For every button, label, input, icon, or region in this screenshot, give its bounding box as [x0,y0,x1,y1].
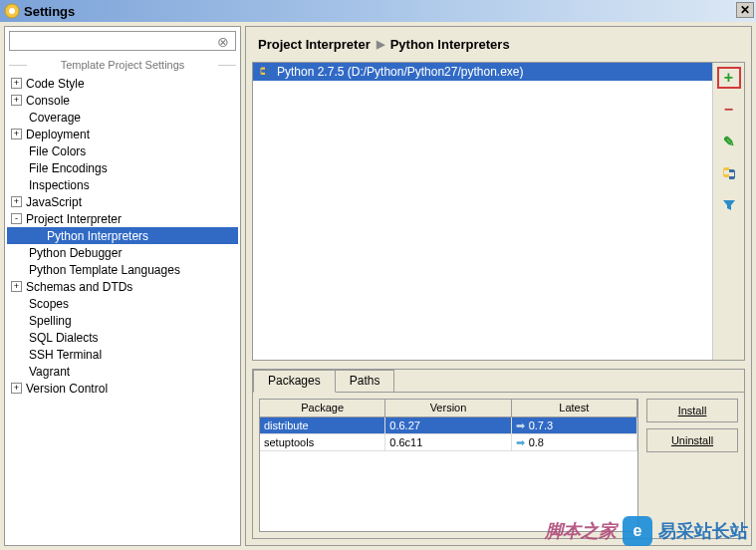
col-header-version[interactable]: Version [385,400,511,417]
filter-button[interactable] [717,194,741,216]
tree-item[interactable]: -Project Interpreter [7,210,238,227]
expand-icon[interactable]: + [11,129,22,139]
tree-section-header: Template Project Settings [5,55,240,75]
tree-item[interactable]: Inspections [7,176,238,193]
tree-item-label: Vagrant [29,365,70,379]
breadcrumb-part[interactable]: Project Interpreter [258,37,371,52]
tree-item-label: Python Debugger [29,246,122,260]
packages-paths-tabs: Packages Paths Package Version Latest di… [252,369,745,539]
tree-item[interactable]: +Console [7,92,238,109]
chevron-right-icon: ▶ [377,38,384,51]
interpreter-list[interactable]: Python 2.7.5 (D:/Python/Python27/python.… [253,63,712,360]
tree-item-label: File Colors [29,144,86,158]
search-box: ⊗ [9,31,236,51]
tree-item[interactable]: Coverage [7,109,238,126]
tree-item[interactable]: +Code Style [7,75,238,92]
titlebar: Settings ✕ [0,0,756,22]
python-tool-button[interactable] [717,162,741,184]
tree-item-label: Schemas and DTDs [26,280,132,294]
tree-item[interactable]: File Encodings [7,159,238,176]
packages-table-header: Package Version Latest [260,400,637,417]
expand-icon[interactable]: + [11,281,22,292]
app-icon [4,3,20,19]
table-cell-package: distribute [260,417,385,434]
interpreter-toolbar: + − ✎ [712,63,744,360]
tree-item-label: Project Interpreter [26,212,122,226]
add-interpreter-button[interactable]: + [717,67,741,89]
window-title: Settings [24,4,75,19]
expand-icon[interactable]: + [11,78,22,89]
tree-item[interactable]: Python Debugger [7,244,238,261]
tree-item-label: Coverage [29,111,81,125]
tree-item[interactable]: Vagrant [7,363,238,380]
tree-item-label: Code Style [26,77,85,91]
tree-item[interactable]: SQL Dialects [7,329,238,346]
tab-content: Package Version Latest distribute0.6.27➡… [253,392,744,538]
breadcrumb: Project Interpreter ▶ Python Interpreter… [252,33,745,56]
tree-item-label: Spelling [29,314,72,328]
filter-icon [722,198,736,212]
tree-item[interactable]: +Version Control [7,380,238,397]
interpreter-label: Python 2.7.5 (D:/Python/Python27/python.… [277,65,524,79]
tree-item[interactable]: +JavaScript [7,193,238,210]
tab-paths[interactable]: Paths [335,370,395,392]
col-header-latest[interactable]: Latest [512,400,637,417]
svg-point-1 [9,8,15,14]
table-cell-version: 0.6c11 [385,434,511,451]
tree-item-label: Inspections [29,178,90,192]
tab-packages[interactable]: Packages [253,370,336,393]
expand-icon[interactable]: + [11,383,22,394]
table-cell-package: setuptools [260,434,385,451]
tree-item-label: SQL Dialects [29,331,99,345]
packages-table: Package Version Latest distribute0.6.27➡… [259,399,638,532]
tree-item-label: Python Template Languages [29,263,180,277]
tree-item[interactable]: Python Interpreters [7,227,238,244]
python-icon [259,66,271,78]
tree-item[interactable]: +Deployment [7,126,238,142]
tree-item-label: SSH Terminal [29,348,102,362]
tree-item-label: Version Control [26,382,108,396]
tree-item[interactable]: Scopes [7,295,238,312]
upgrade-arrow-icon: ➡ [516,419,525,432]
close-button[interactable]: ✕ [736,2,754,18]
breadcrumb-part: Python Interpreters [390,37,510,52]
right-panel: Project Interpreter ▶ Python Interpreter… [245,26,752,546]
tree-item[interactable]: Python Template Languages [7,261,238,278]
remove-interpreter-button[interactable]: − [717,99,741,121]
tree-item[interactable]: SSH Terminal [7,346,238,363]
interpreter-list-box: Python 2.7.5 (D:/Python/Python27/python.… [252,62,745,361]
tabs-header: Packages Paths [253,370,744,392]
col-header-package[interactable]: Package [260,400,385,417]
tree-item-label: Console [26,94,70,108]
tree-item[interactable]: File Colors [7,142,238,159]
uninstall-button[interactable]: Uninstall [646,428,738,452]
collapse-icon[interactable]: - [11,213,22,224]
table-row[interactable]: setuptools0.6c11➡0.8 [260,434,637,451]
search-clear-icon[interactable]: ⊗ [217,34,231,48]
package-buttons: Install Uninstall [646,399,738,532]
python-icon [721,165,737,181]
tree-item-label: Python Interpreters [47,229,148,243]
table-row[interactable]: distribute0.6.27➡0.7.3 [260,417,637,434]
tree-item-label: JavaScript [26,195,82,209]
tree-item[interactable]: Spelling [7,312,238,329]
upgrade-arrow-icon: ➡ [516,436,525,449]
expand-icon[interactable]: + [11,196,22,207]
tree-item[interactable]: +Schemas and DTDs [7,278,238,295]
search-input[interactable] [14,34,217,48]
expand-icon[interactable]: + [11,95,22,106]
settings-tree: +Code Style+ConsoleCoverage+DeploymentFi… [5,75,240,545]
tree-item-label: Scopes [29,297,69,311]
interpreter-row[interactable]: Python 2.7.5 (D:/Python/Python27/python.… [253,63,712,81]
tree-item-label: File Encodings [29,161,108,175]
table-cell-latest: ➡0.8 [512,434,637,451]
left-panel: ⊗ Template Project Settings +Code Style+… [4,26,241,546]
edit-interpreter-button[interactable]: ✎ [717,131,741,152]
table-cell-latest: ➡0.7.3 [512,417,637,434]
table-cell-version: 0.6.27 [385,417,511,434]
tree-item-label: Deployment [26,128,90,141]
install-button[interactable]: Install [646,399,738,422]
